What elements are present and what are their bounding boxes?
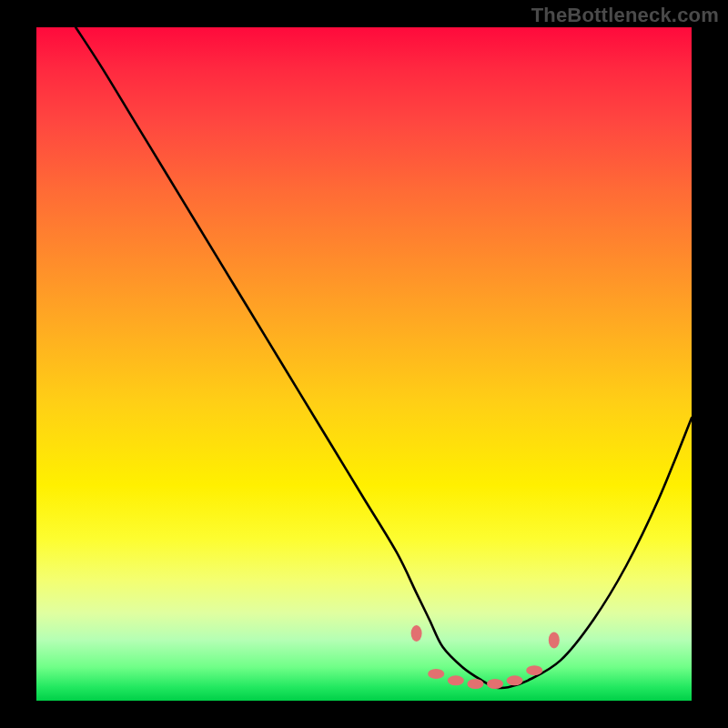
floor-marker bbox=[428, 669, 444, 679]
watermark-text: TheBottleneck.com bbox=[531, 4, 719, 27]
floor-marker bbox=[448, 675, 464, 685]
chart-frame: TheBottleneck.com bbox=[0, 0, 728, 728]
floor-marker bbox=[549, 632, 560, 648]
floor-marker bbox=[467, 679, 483, 689]
bottleneck-curve-svg bbox=[36, 27, 692, 701]
floor-marker bbox=[507, 675, 523, 685]
floor-marker bbox=[526, 665, 542, 675]
floor-marker bbox=[411, 625, 422, 642]
floor-markers bbox=[411, 625, 560, 689]
bottleneck-curve-line bbox=[76, 27, 692, 688]
plot-area bbox=[36, 27, 692, 701]
floor-marker bbox=[487, 679, 503, 689]
